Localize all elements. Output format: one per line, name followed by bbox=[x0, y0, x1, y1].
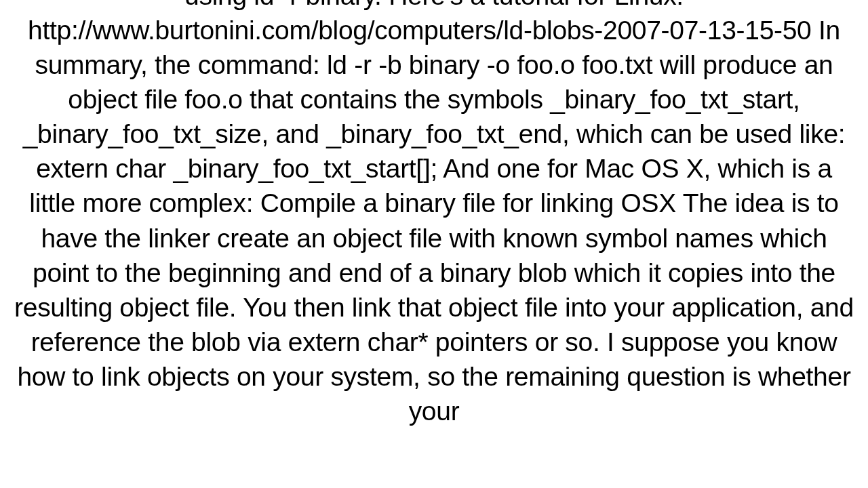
document-body-text: using ld -r binary. Here's a tutorial fo… bbox=[0, 0, 868, 428]
